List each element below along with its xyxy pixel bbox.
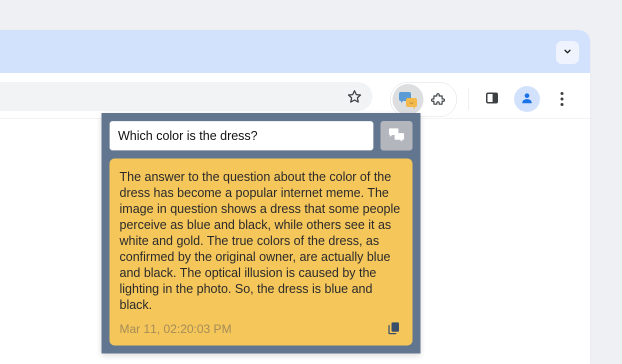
svg-point-4 bbox=[524, 94, 529, 98]
bookmark-star-icon[interactable] bbox=[346, 88, 362, 104]
response-text: The answer to the question about the col… bbox=[120, 168, 402, 312]
extension-popup: The answer to the question about the col… bbox=[102, 113, 420, 354]
response-timestamp: Mar 11, 02:20:03 PM bbox=[120, 322, 232, 336]
address-bar[interactable] bbox=[0, 82, 372, 111]
active-extension-button[interactable] bbox=[392, 84, 424, 115]
prompt-row bbox=[110, 121, 412, 150]
response-card: The answer to the question about the col… bbox=[110, 158, 412, 346]
chat-bubbles-icon bbox=[388, 128, 405, 144]
chat-extension-icon bbox=[399, 92, 417, 107]
extensions-pill bbox=[390, 82, 457, 117]
profile-button[interactable] bbox=[514, 86, 540, 112]
svg-rect-5 bbox=[392, 322, 399, 332]
send-button[interactable] bbox=[380, 121, 412, 150]
toolbar-divider bbox=[468, 88, 468, 110]
response-footer: Mar 11, 02:20:03 PM bbox=[120, 320, 402, 338]
side-panel-button[interactable] bbox=[481, 88, 503, 110]
tab-strip bbox=[0, 30, 590, 73]
copy-icon bbox=[386, 320, 402, 338]
svg-marker-0 bbox=[348, 91, 360, 102]
extensions-button[interactable] bbox=[430, 92, 446, 107]
browser-toolbar bbox=[0, 73, 590, 119]
prompt-input[interactable] bbox=[110, 121, 374, 150]
profile-avatar-icon bbox=[520, 91, 534, 107]
svg-rect-2 bbox=[492, 94, 497, 103]
tabs-dropdown-button[interactable] bbox=[556, 41, 579, 64]
side-panel-icon bbox=[485, 91, 499, 107]
browser-menu-button[interactable] bbox=[551, 88, 573, 110]
kebab-menu-icon bbox=[560, 92, 564, 106]
copy-button[interactable] bbox=[386, 320, 402, 338]
chevron-down-icon bbox=[562, 46, 572, 58]
